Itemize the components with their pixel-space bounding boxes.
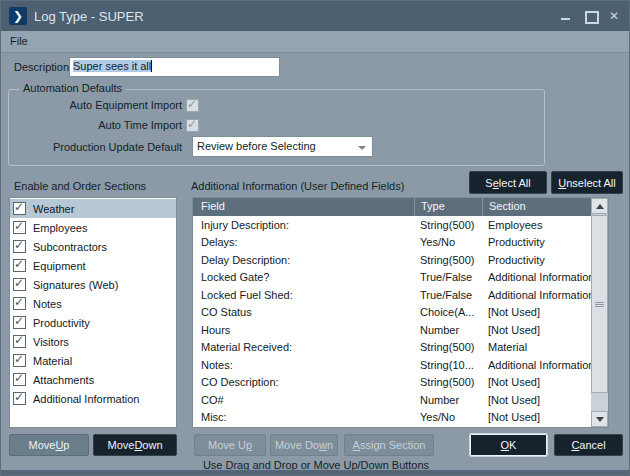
ok-button[interactable]: OK: [469, 433, 548, 457]
description-input[interactable]: Super sees it all: [69, 57, 280, 77]
section-item[interactable]: Material: [10, 351, 176, 370]
column-header-type: Type: [414, 198, 482, 216]
checkbox-icon[interactable]: [13, 259, 26, 272]
table-cell: Delay Description:: [193, 254, 414, 266]
checkbox-icon[interactable]: [13, 354, 26, 367]
dropdown-value: Review before Selecting: [197, 140, 316, 152]
table-cell: [Not Used]: [482, 324, 591, 336]
table-row[interactable]: CO Description:String(500)[Not Used]: [193, 374, 591, 392]
description-label: Description: [14, 61, 69, 73]
section-item[interactable]: Additional Information: [10, 389, 176, 408]
section-item-label: Equipment: [33, 260, 86, 272]
automation-defaults-group: Automation Defaults Auto Equipment Impor…: [8, 89, 545, 166]
section-item[interactable]: Subcontractors: [10, 237, 176, 256]
table-cell: Number: [414, 324, 482, 336]
section-item[interactable]: Weather: [10, 199, 176, 218]
section-item-label: Notes: [33, 298, 62, 310]
checkbox-icon[interactable]: [13, 335, 26, 348]
scroll-down-icon[interactable]: [591, 411, 608, 427]
udf-move-up-button[interactable]: Move Up: [194, 434, 266, 456]
udf-move-down-button[interactable]: Move Down: [270, 434, 338, 456]
production-update-default-dropdown[interactable]: Review before Selecting: [192, 136, 373, 157]
sections-move-up-button[interactable]: Move Up: [9, 434, 89, 456]
table-row[interactable]: Locked Fuel Shed:True/FalseAdditional In…: [193, 286, 591, 304]
section-item[interactable]: Visitors: [10, 332, 176, 351]
checkbox-icon[interactable]: [13, 240, 26, 253]
close-icon[interactable]: ✕: [607, 9, 621, 23]
udf-table[interactable]: Field Type Section Injury Description:St…: [192, 197, 609, 428]
titlebar[interactable]: ❯ Log Type - SUPER ✕: [1, 1, 629, 31]
scroll-up-icon[interactable]: [591, 198, 608, 214]
table-cell: Employees: [482, 219, 591, 231]
table-cell: String(10...: [414, 359, 482, 371]
column-header-section: Section: [482, 198, 608, 216]
auto-time-import-label: Auto Time Import: [9, 119, 182, 131]
table-row[interactable]: Misc:Yes/No[Not Used]: [193, 409, 591, 427]
table-row[interactable]: Locked Gate?True/FalseAdditional Informa…: [193, 269, 591, 287]
cancel-button[interactable]: Cancel: [554, 434, 623, 456]
table-cell: Yes/No: [414, 236, 482, 248]
section-item[interactable]: Attachments: [10, 370, 176, 389]
table-cell: Misc:: [193, 411, 414, 423]
table-cell: Choice(A...: [414, 306, 482, 318]
section-item-label: Subcontractors: [33, 241, 107, 253]
chevron-down-icon: [358, 146, 366, 150]
table-cell: Injury Description:: [193, 219, 414, 231]
checkbox-icon[interactable]: [13, 373, 26, 386]
auto-equipment-import-label: Auto Equipment Import: [9, 99, 182, 111]
table-cell: Additional Information: [482, 359, 591, 371]
section-item-label: Additional Information: [33, 393, 139, 405]
udf-table-body: Injury Description:String(500)EmployeesD…: [193, 216, 591, 427]
table-row[interactable]: HoursNumber[Not Used]: [193, 321, 591, 339]
section-item[interactable]: Notes: [10, 294, 176, 313]
table-cell: Yes/No: [414, 411, 482, 423]
checkbox-icon[interactable]: [13, 202, 26, 215]
table-cell: Locked Gate?: [193, 271, 414, 283]
table-cell: Delays:: [193, 236, 414, 248]
sections-list[interactable]: WeatherEmployeesSubcontractorsEquipmentS…: [9, 197, 177, 428]
checkbox-icon[interactable]: [13, 392, 26, 405]
section-item[interactable]: Productivity: [10, 313, 176, 332]
checkbox-icon[interactable]: [13, 316, 26, 329]
select-all-button[interactable]: Select All: [469, 171, 547, 194]
production-update-default-label: Production Update Default: [9, 141, 182, 153]
table-cell: Additional Information: [482, 271, 591, 283]
table-cell: CO Description:: [193, 376, 414, 388]
table-cell: Locked Fuel Shed:: [193, 289, 414, 301]
auto-equipment-import-checkbox: [186, 99, 199, 112]
scrollbar-thumb[interactable]: [591, 215, 608, 393]
section-item[interactable]: Signatures (Web): [10, 275, 176, 294]
table-cell: String(500): [414, 341, 482, 353]
vertical-scrollbar[interactable]: [591, 198, 608, 427]
table-row[interactable]: Injury Description:String(500)Employees: [193, 216, 591, 234]
maximize-icon[interactable]: [583, 9, 597, 23]
window-title: Log Type - SUPER: [34, 9, 144, 24]
table-cell: CO#: [193, 394, 414, 406]
table-row[interactable]: Material Received:String(500)Material: [193, 339, 591, 357]
section-item[interactable]: Equipment: [10, 256, 176, 275]
section-item[interactable]: Employees: [10, 218, 176, 237]
table-row[interactable]: CO#Number[Not Used]: [193, 391, 591, 409]
menu-file[interactable]: File: [1, 31, 37, 52]
table-cell: [Not Used]: [482, 306, 591, 318]
checkbox-icon[interactable]: [13, 278, 26, 291]
unselect-all-button[interactable]: Unselect All: [551, 171, 623, 194]
table-cell: Number: [414, 394, 482, 406]
minimize-icon[interactable]: [559, 9, 573, 23]
text-caret: [151, 60, 152, 72]
section-item-label: Employees: [33, 222, 87, 234]
column-header-field: Field: [193, 198, 414, 216]
table-cell: Productivity: [482, 236, 591, 248]
checkbox-icon[interactable]: [13, 297, 26, 310]
section-item-label: Visitors: [33, 336, 69, 348]
sections-move-down-button[interactable]: Move Down: [93, 434, 177, 456]
section-item-label: Productivity: [33, 317, 90, 329]
table-row[interactable]: Delays:Yes/NoProductivity: [193, 234, 591, 252]
log-type-dialog: ❯ Log Type - SUPER ✕ File Description Su…: [0, 0, 630, 476]
table-row[interactable]: CO StatusChoice(A...[Not Used]: [193, 304, 591, 322]
table-cell: Hours: [193, 324, 414, 336]
table-row[interactable]: Notes:String(10...Additional Information: [193, 356, 591, 374]
assign-section-button[interactable]: Assign Section: [344, 434, 434, 456]
table-row[interactable]: Delay Description:String(500)Productivit…: [193, 251, 591, 269]
checkbox-icon[interactable]: [13, 221, 26, 234]
